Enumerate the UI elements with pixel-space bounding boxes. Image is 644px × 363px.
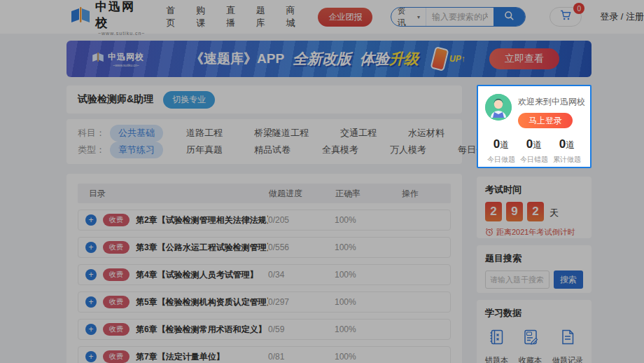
user-login-card: 欢迎来到中迅网校 马上登录 0道 今日做题 0道 今日错题 0道 累计做题 — [477, 85, 592, 168]
login-now-button[interactable]: 马上登录 — [518, 113, 573, 128]
stat-today-done: 0道 今日做题 — [487, 137, 515, 165]
dim-overlay — [0, 0, 644, 363]
welcome-text: 欢迎来到中迅网校 — [518, 96, 585, 108]
stat-today-wrong: 0道 今日错题 — [520, 137, 548, 165]
stat-total-done: 0道 累计做题 — [553, 137, 581, 165]
user-stats: 0道 今日做题 0道 今日错题 0道 累计做题 — [485, 137, 583, 165]
avatar — [485, 94, 512, 121]
